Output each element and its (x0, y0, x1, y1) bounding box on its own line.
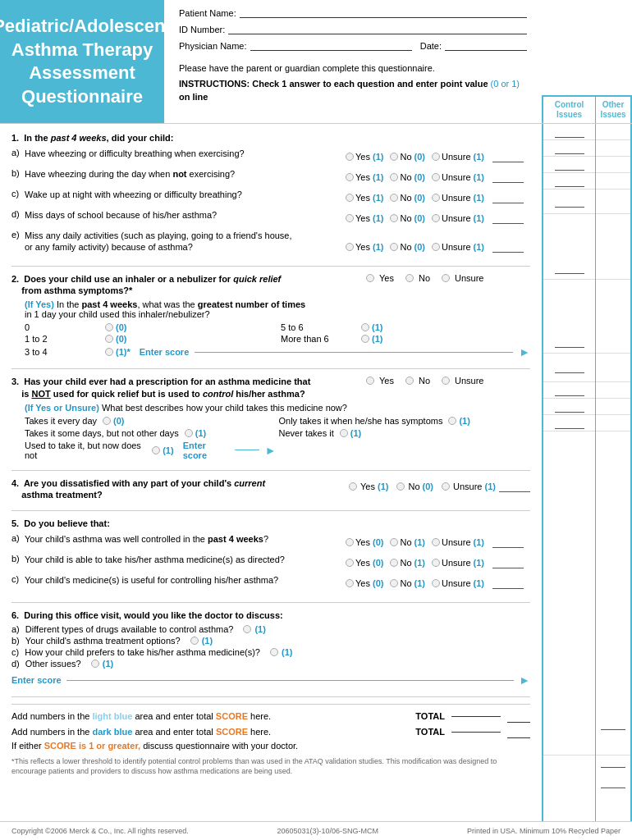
q1a-unsure-radio[interactable] (432, 153, 440, 161)
question-5: 5. Do you believe that: a) Your child's … (11, 518, 530, 591)
q1c-unsure-radio[interactable] (432, 194, 440, 202)
q6b-radio[interactable] (190, 637, 199, 645)
q1a-score-line (492, 151, 524, 162)
q3-unsure-radio[interactable] (442, 377, 450, 385)
q4-other-cell (596, 354, 630, 382)
questions-area: 1. In the past 4 weeks, did your child: … (0, 124, 542, 821)
q5a-yes-radio[interactable] (346, 538, 354, 546)
q1d-unsure-radio[interactable] (432, 214, 440, 222)
totals-control-cell (543, 756, 595, 821)
q3-enter-score-arrow (235, 450, 259, 450)
q1a-no-radio[interactable] (390, 153, 398, 161)
q2-opt-5-6-score: (1) (361, 322, 530, 332)
q4-row: 4. Are you dissatisfied with any part of… (11, 477, 530, 501)
patient-name-label: Patient Name: (179, 8, 236, 18)
patient-name-line (240, 17, 527, 18)
totals-other-cell (596, 756, 630, 821)
q2-main-row: 2. Does your child use an inhaler or a n… (11, 273, 530, 297)
q3-no-radio[interactable] (405, 377, 414, 385)
date-line (445, 50, 527, 51)
q1d-no-radio[interactable] (390, 214, 398, 222)
q4-header: 4. Are you dissatisfied with any part of… (11, 477, 349, 501)
q1c-score-line (492, 192, 524, 203)
q1e-control-cell (543, 189, 595, 214)
recycled-text: Printed in USA. Minimum 10% Recycled Pap… (467, 827, 621, 835)
control-issues-header: ControlIssues (542, 95, 595, 123)
q3-options-grid: Takes it every day (0) Only takes it whe… (25, 416, 530, 460)
q3-everyday-radio[interactable] (103, 417, 111, 425)
question-4: 4. Are you dissatisfied with any part of… (11, 477, 530, 501)
q2-no-radio[interactable] (405, 274, 414, 282)
q1a-yes-radio[interactable] (346, 153, 354, 161)
q5a-unsure-radio[interactable] (432, 538, 440, 546)
q1b-unsure-radio[interactable] (432, 173, 440, 181)
q5b-score-line (492, 557, 524, 568)
total2-line (601, 788, 625, 788)
q2-opt-more6: More than 6 (281, 334, 355, 344)
q5b-no-radio[interactable] (390, 559, 398, 567)
q1c-no-radio[interactable] (390, 194, 398, 202)
q3-usedto-radio[interactable] (152, 446, 160, 454)
q1e-no-radio[interactable] (390, 243, 398, 251)
physician-row: Physician Name: Date: (179, 41, 527, 51)
q2-yes-radio[interactable] (366, 274, 374, 282)
q2-1-2-radio[interactable] (105, 335, 113, 343)
q4-yes-radio[interactable] (349, 482, 357, 491)
q1e-unsure-radio[interactable] (432, 243, 440, 251)
q1b-no-radio[interactable] (390, 173, 398, 181)
total-row-dark: Add numbers in the dark blue area and en… (11, 725, 530, 738)
q2-options-grid: 0 (0) 5 to 6 (1) 1 to 2 (25, 322, 530, 358)
question-1: 1. In the past 4 weeks, did your child: … (11, 132, 530, 255)
q3-symptoms-radio[interactable] (448, 417, 456, 425)
print-info: 20605031(3)-10/06-SNG-MCM (277, 827, 379, 835)
q6-enter-score-label: Enter score (11, 675, 62, 685)
q3-yes-radio[interactable] (366, 377, 374, 385)
q5c-yes-radio[interactable] (346, 579, 354, 587)
q6a-radio[interactable] (243, 625, 251, 633)
q2-opt-5-6: 5 to 6 (281, 322, 355, 332)
id-label: ID Number: (179, 25, 225, 34)
q6-item-c: c) How your child prefers to take his/he… (11, 647, 530, 657)
q1c-yes-radio[interactable] (346, 194, 354, 202)
id-number-row: ID Number: (179, 25, 527, 34)
q5a-no-radio[interactable] (390, 538, 398, 546)
q2-control-cell (543, 214, 595, 280)
q4-no-radio[interactable] (396, 482, 405, 491)
q1-item-e: e) Miss any daily activities (such as pl… (11, 230, 530, 256)
q6d-radio[interactable] (91, 660, 99, 668)
q3-opt-somedays: Takes it some days, but not other days (… (25, 428, 277, 438)
q1d-yes-radio[interactable] (346, 214, 354, 222)
q3-somedays-radio[interactable] (185, 429, 193, 437)
q5b-yes-radio[interactable] (346, 559, 354, 567)
q5c-no-radio[interactable] (390, 579, 398, 587)
q4-unsure-radio[interactable] (442, 482, 450, 491)
q5b-unsure-radio[interactable] (432, 559, 440, 567)
q1b-yes-radio[interactable] (346, 173, 354, 181)
q2-unsure-radio[interactable] (442, 274, 450, 282)
q2-3-4-radio[interactable] (105, 348, 113, 356)
q3-never-radio[interactable] (340, 429, 348, 437)
q2-opt-1-2-score: (0) (105, 334, 274, 344)
patient-info: Patient Name: ID Number: Physician Name:… (164, 0, 542, 123)
q3-opt-never: Never takes it (1) (279, 428, 531, 438)
q1e-yes-radio[interactable] (346, 243, 354, 251)
question-6: 6. During this office visit, would you l… (11, 609, 530, 687)
q5-header: 5. Do you believe that: (11, 518, 530, 529)
date-label: Date: (420, 41, 442, 51)
divider-3 (11, 470, 530, 471)
q2-0-radio[interactable] (105, 323, 113, 331)
q6c-radio[interactable] (270, 648, 278, 656)
q6-header: 6. During this office visit, would you l… (11, 609, 530, 621)
q2-5-6-radio[interactable] (361, 323, 369, 331)
title-box: Pediatric/Adolescent Asthma Therapy Asse… (0, 0, 164, 123)
q5a-other-cell (596, 382, 630, 399)
q5c-unsure-radio[interactable] (432, 579, 440, 587)
control-issues-col (542, 124, 595, 821)
guardian-text: Please have the parent or guardian compl… (179, 62, 527, 75)
q2-arrow-right: ► (519, 345, 530, 358)
other-issues-header: OtherIssues (595, 95, 632, 123)
q2-opt-3-4: 3 to 4 (25, 345, 98, 358)
q3-opt-symptoms: Only takes it when he/she has symptoms (… (279, 416, 531, 426)
q3-header: 3. Has your child ever had a prescriptio… (11, 376, 366, 399)
q2-more6-radio[interactable] (361, 335, 369, 343)
